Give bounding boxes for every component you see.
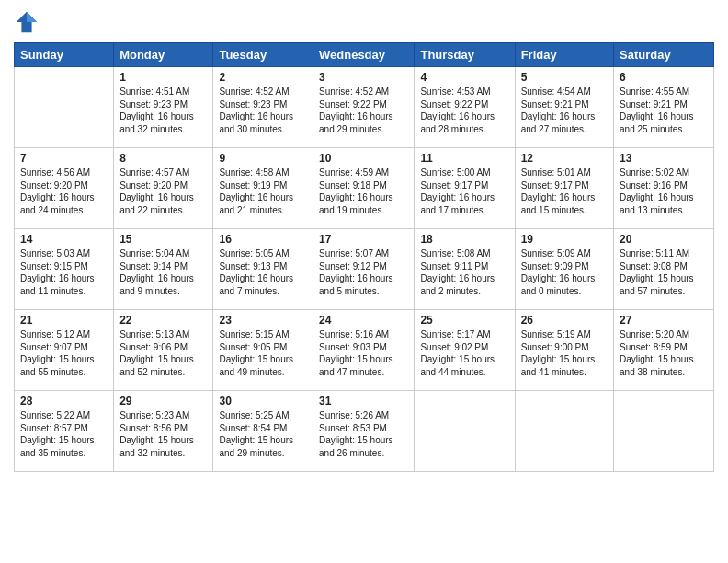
logo xyxy=(14,9,43,35)
day-number: 12 xyxy=(521,152,608,165)
day-info: Sunrise: 5:03 AM Sunset: 9:15 PM Dayligh… xyxy=(20,247,108,297)
calendar-cell xyxy=(415,391,515,472)
calendar-cell: 25Sunrise: 5:17 AM Sunset: 9:02 PM Dayli… xyxy=(415,310,515,391)
weekday-header-thursday: Thursday xyxy=(415,43,515,67)
calendar-cell: 26Sunrise: 5:19 AM Sunset: 9:00 PM Dayli… xyxy=(515,310,613,391)
calendar-week-row: 7Sunrise: 4:56 AM Sunset: 9:20 PM Daylig… xyxy=(15,148,714,229)
calendar-cell: 31Sunrise: 5:26 AM Sunset: 8:53 PM Dayli… xyxy=(313,391,415,472)
day-info: Sunrise: 4:57 AM Sunset: 9:20 PM Dayligh… xyxy=(119,167,207,216)
header xyxy=(14,9,714,35)
day-info: Sunrise: 5:02 AM Sunset: 9:16 PM Dayligh… xyxy=(620,167,708,216)
calendar-week-row: 21Sunrise: 5:12 AM Sunset: 9:07 PM Dayli… xyxy=(15,310,714,391)
day-number: 6 xyxy=(620,71,708,84)
day-number: 4 xyxy=(420,71,508,84)
calendar-cell: 11Sunrise: 5:00 AM Sunset: 9:17 PM Dayli… xyxy=(415,148,515,229)
day-number: 5 xyxy=(521,71,608,84)
calendar-cell: 1Sunrise: 4:51 AM Sunset: 9:23 PM Daylig… xyxy=(114,67,213,148)
calendar-cell: 22Sunrise: 5:13 AM Sunset: 9:06 PM Dayli… xyxy=(114,310,213,391)
calendar-cell: 8Sunrise: 4:57 AM Sunset: 9:20 PM Daylig… xyxy=(114,148,213,229)
day-info: Sunrise: 5:12 AM Sunset: 9:07 PM Dayligh… xyxy=(20,328,108,378)
calendar-cell: 27Sunrise: 5:20 AM Sunset: 8:59 PM Dayli… xyxy=(614,310,714,391)
day-number: 31 xyxy=(319,395,408,408)
day-info: Sunrise: 4:58 AM Sunset: 9:19 PM Dayligh… xyxy=(219,167,307,216)
day-info: Sunrise: 5:04 AM Sunset: 9:14 PM Dayligh… xyxy=(119,247,207,297)
calendar-cell: 10Sunrise: 4:59 AM Sunset: 9:18 PM Dayli… xyxy=(313,148,415,229)
day-number: 1 xyxy=(119,71,207,84)
calendar-cell: 15Sunrise: 5:04 AM Sunset: 9:14 PM Dayli… xyxy=(114,229,213,310)
day-number: 9 xyxy=(219,152,307,165)
day-info: Sunrise: 4:52 AM Sunset: 9:23 PM Dayligh… xyxy=(219,86,307,135)
day-number: 2 xyxy=(219,71,307,84)
calendar-table: SundayMondayTuesdayWednesdayThursdayFrid… xyxy=(14,42,714,472)
calendar-cell: 6Sunrise: 4:55 AM Sunset: 9:21 PM Daylig… xyxy=(614,67,714,148)
day-number: 3 xyxy=(319,71,408,84)
day-number: 23 xyxy=(219,314,307,327)
day-number: 11 xyxy=(420,152,508,165)
day-number: 17 xyxy=(319,233,408,246)
weekday-header-saturday: Saturday xyxy=(614,43,714,67)
day-number: 24 xyxy=(319,314,408,327)
day-info: Sunrise: 5:01 AM Sunset: 9:17 PM Dayligh… xyxy=(521,167,608,216)
calendar-week-row: 28Sunrise: 5:22 AM Sunset: 8:57 PM Dayli… xyxy=(15,391,714,472)
svg-marker-1 xyxy=(27,12,37,22)
day-number: 30 xyxy=(219,395,307,408)
weekday-header-monday: Monday xyxy=(114,43,213,67)
weekday-header-sunday: Sunday xyxy=(15,43,114,67)
calendar-cell: 19Sunrise: 5:09 AM Sunset: 9:09 PM Dayli… xyxy=(515,229,613,310)
day-number: 22 xyxy=(119,314,207,327)
day-number: 10 xyxy=(319,152,408,165)
day-info: Sunrise: 4:53 AM Sunset: 9:22 PM Dayligh… xyxy=(420,86,508,135)
day-number: 21 xyxy=(20,314,108,327)
calendar-cell: 2Sunrise: 4:52 AM Sunset: 9:23 PM Daylig… xyxy=(213,67,313,148)
weekday-header-tuesday: Tuesday xyxy=(213,43,313,67)
day-number: 15 xyxy=(119,233,207,246)
day-info: Sunrise: 5:22 AM Sunset: 8:57 PM Dayligh… xyxy=(20,409,108,459)
day-info: Sunrise: 5:11 AM Sunset: 9:08 PM Dayligh… xyxy=(620,247,708,297)
calendar-cell: 12Sunrise: 5:01 AM Sunset: 9:17 PM Dayli… xyxy=(515,148,613,229)
day-number: 13 xyxy=(620,152,708,165)
calendar-cell xyxy=(515,391,613,472)
day-number: 27 xyxy=(620,314,708,327)
day-number: 18 xyxy=(420,233,508,246)
day-info: Sunrise: 5:00 AM Sunset: 9:17 PM Dayligh… xyxy=(420,167,508,216)
calendar-cell: 24Sunrise: 5:16 AM Sunset: 9:03 PM Dayli… xyxy=(313,310,415,391)
calendar-cell: 5Sunrise: 4:54 AM Sunset: 9:21 PM Daylig… xyxy=(515,67,613,148)
day-info: Sunrise: 5:19 AM Sunset: 9:00 PM Dayligh… xyxy=(521,328,608,378)
calendar-cell: 28Sunrise: 5:22 AM Sunset: 8:57 PM Dayli… xyxy=(15,391,114,472)
day-info: Sunrise: 5:09 AM Sunset: 9:09 PM Dayligh… xyxy=(521,247,608,297)
day-number: 8 xyxy=(119,152,207,165)
logo-icon xyxy=(14,9,40,35)
day-info: Sunrise: 5:26 AM Sunset: 8:53 PM Dayligh… xyxy=(319,409,408,459)
day-info: Sunrise: 5:05 AM Sunset: 9:13 PM Dayligh… xyxy=(219,247,307,297)
day-info: Sunrise: 4:52 AM Sunset: 9:22 PM Dayligh… xyxy=(319,86,408,135)
day-info: Sunrise: 4:51 AM Sunset: 9:23 PM Dayligh… xyxy=(119,86,207,135)
calendar-cell: 29Sunrise: 5:23 AM Sunset: 8:56 PM Dayli… xyxy=(114,391,213,472)
calendar-cell: 7Sunrise: 4:56 AM Sunset: 9:20 PM Daylig… xyxy=(15,148,114,229)
day-info: Sunrise: 5:07 AM Sunset: 9:12 PM Dayligh… xyxy=(319,247,408,297)
day-info: Sunrise: 5:08 AM Sunset: 9:11 PM Dayligh… xyxy=(420,247,508,297)
calendar-cell: 21Sunrise: 5:12 AM Sunset: 9:07 PM Dayli… xyxy=(15,310,114,391)
day-info: Sunrise: 4:56 AM Sunset: 9:20 PM Dayligh… xyxy=(20,167,108,216)
day-info: Sunrise: 5:17 AM Sunset: 9:02 PM Dayligh… xyxy=(420,328,508,378)
day-info: Sunrise: 5:20 AM Sunset: 8:59 PM Dayligh… xyxy=(620,328,708,378)
day-number: 16 xyxy=(219,233,307,246)
calendar-cell: 30Sunrise: 5:25 AM Sunset: 8:54 PM Dayli… xyxy=(213,391,313,472)
weekday-header-row: SundayMondayTuesdayWednesdayThursdayFrid… xyxy=(15,43,714,67)
calendar-cell xyxy=(15,67,114,148)
calendar-cell: 4Sunrise: 4:53 AM Sunset: 9:22 PM Daylig… xyxy=(415,67,515,148)
weekday-header-wednesday: Wednesday xyxy=(313,43,415,67)
calendar-week-row: 14Sunrise: 5:03 AM Sunset: 9:15 PM Dayli… xyxy=(15,229,714,310)
calendar-cell: 9Sunrise: 4:58 AM Sunset: 9:19 PM Daylig… xyxy=(213,148,313,229)
calendar-cell: 23Sunrise: 5:15 AM Sunset: 9:05 PM Dayli… xyxy=(213,310,313,391)
calendar-cell: 17Sunrise: 5:07 AM Sunset: 9:12 PM Dayli… xyxy=(313,229,415,310)
day-number: 28 xyxy=(20,395,108,408)
day-number: 7 xyxy=(20,152,108,165)
day-number: 25 xyxy=(420,314,508,327)
calendar-cell: 18Sunrise: 5:08 AM Sunset: 9:11 PM Dayli… xyxy=(415,229,515,310)
calendar-cell xyxy=(614,391,714,472)
day-info: Sunrise: 5:23 AM Sunset: 8:56 PM Dayligh… xyxy=(119,409,207,459)
day-info: Sunrise: 4:55 AM Sunset: 9:21 PM Dayligh… xyxy=(620,86,708,135)
day-info: Sunrise: 4:59 AM Sunset: 9:18 PM Dayligh… xyxy=(319,167,408,216)
page: SundayMondayTuesdayWednesdayThursdayFrid… xyxy=(0,0,728,563)
day-info: Sunrise: 4:54 AM Sunset: 9:21 PM Dayligh… xyxy=(521,86,608,135)
